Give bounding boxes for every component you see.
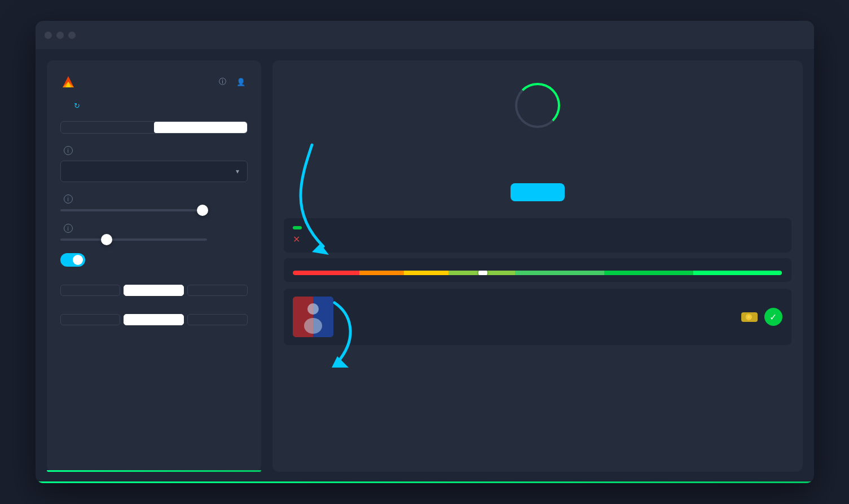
auto-breaks-toggle[interactable] [60,253,85,267]
sell-lazy-button[interactable] [187,314,248,325]
budget-slider-track[interactable] [60,209,207,211]
search-area [272,60,803,218]
bar-indicator [478,271,487,275]
bar-green1 [515,271,604,275]
sold-left: ✕ [293,226,306,245]
budget-slider-row [60,209,248,211]
player-image [293,297,333,337]
settings-title-row: ↻ [60,101,248,110]
toggle-knob [73,255,83,265]
sell-buttons [60,314,248,325]
auto-trading-button[interactable] [154,122,247,133]
step2-info-icon[interactable]: i [64,194,73,204]
sold-badge [293,226,302,229]
window-content: ⓘ 👤 ↻ [36,49,814,483]
step3-label: i [60,224,248,233]
sold-section: ✕ [284,218,791,253]
player-avatar-svg [293,297,333,337]
runtime-slider-row [60,238,248,241]
traffic-light-maximize[interactable] [68,32,76,39]
player-info [341,316,733,318]
left-panel: ⓘ 👤 ↻ [47,60,261,472]
jump-next-filter-button[interactable] [511,183,565,201]
svg-point-6 [307,303,319,315]
svg-point-7 [304,318,322,334]
speed-slow-button[interactable] [60,285,121,296]
speed-normal-button[interactable] [124,285,184,296]
x-icon: ✕ [293,234,300,245]
step4-section [60,279,248,296]
sell-recommended-button[interactable] [124,314,184,325]
mode-toggle [60,121,248,134]
coin-refresh-button[interactable]: ↻ [74,101,82,110]
bar-green3 [693,271,782,275]
help-button[interactable]: ⓘ [219,77,228,87]
sold-x-row: ✕ [293,234,306,245]
loading-circle [515,83,560,128]
auto-breaks-row [60,253,248,267]
filter-dropdown[interactable]: ▾ [60,161,248,182]
main-window: ⓘ 👤 ↻ [36,21,814,483]
traffic-light-close[interactable] [45,32,52,39]
step2-label: i [60,194,248,204]
player-card: 🪙 ✓ [284,289,791,345]
stats-row [487,166,588,169]
traffic-light-minimize[interactable] [56,32,64,39]
right-panel: ✕ [272,60,803,472]
chevron-down-icon: ▾ [236,167,239,175]
step3-section: i [60,224,248,241]
step1-info-icon[interactable]: i [64,146,73,155]
step3-info-icon[interactable]: i [64,224,73,233]
bar-green2 [604,271,693,275]
titlebar [36,21,814,49]
logo-area [60,74,81,90]
speed-buttons [60,285,248,296]
step5-section [60,308,248,325]
player-profit-area: 🪙 ✓ [741,308,782,326]
coin-icon: 🪙 [745,314,752,320]
logo-icon [60,74,76,90]
market-activity-bar [293,271,782,275]
user-icon: 👤 [236,78,245,86]
manual-trading-button[interactable] [61,122,154,133]
runtime-slider-track[interactable] [60,238,207,241]
help-icon: ⓘ [219,77,226,87]
step1-label: i [60,146,248,155]
bar-orange [359,271,404,275]
bar-yellow [404,271,448,275]
check-icon: ✓ [764,308,782,326]
panel-header: ⓘ 👤 [60,74,248,90]
bar-red [293,271,359,275]
speed-turbo-button[interactable] [187,285,248,296]
sell-safe-button[interactable] [60,314,121,325]
market-activity [284,258,791,282]
step2-section: i [60,194,248,211]
sold-row [293,226,306,229]
refresh-icon: ↻ [74,101,80,110]
fut-badge: 🪙 [741,312,758,322]
step1-section: i ▾ [60,146,248,182]
panel-bottom-line [47,470,261,472]
header-actions: ⓘ 👤 [219,77,248,87]
user-button[interactable]: 👤 [236,78,248,86]
